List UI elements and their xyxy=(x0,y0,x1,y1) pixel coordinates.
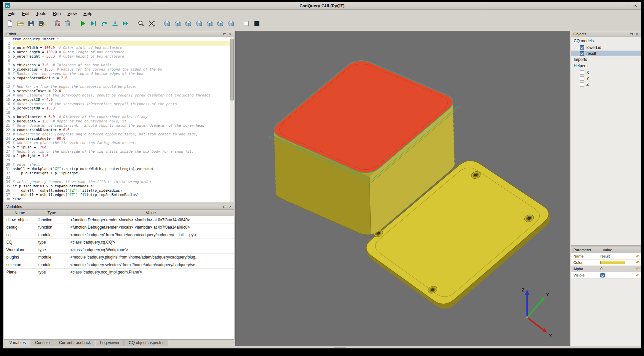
debug-script-button[interactable] xyxy=(89,19,99,28)
color-swatch[interactable] xyxy=(600,261,625,264)
code-line-25: 25# Whether to place the lid with the to… xyxy=(4,141,234,145)
code-line-2: 2 xyxy=(4,41,234,46)
objects-tree: CQ modelslowerLidresultImportsHelpersXYZ xyxy=(571,37,641,246)
menu-tools[interactable]: Tools xyxy=(33,10,49,17)
variable-cell: module xyxy=(36,231,68,239)
variables-col-name[interactable]: Name xyxy=(4,210,36,216)
code-line-18: 18 xyxy=(4,110,234,115)
variables-body: show_objectfunction<function Debugger.re… xyxy=(4,216,234,276)
editor-scrollbar[interactable] xyxy=(230,37,234,202)
save-file-button[interactable] xyxy=(26,19,36,28)
param-value-visible[interactable] xyxy=(600,273,635,277)
view-left-button[interactable] xyxy=(194,19,204,28)
editor-close-button[interactable]: × xyxy=(228,32,233,36)
viewport-3d[interactable]: Z Y X xyxy=(235,31,570,347)
reset-icon[interactable]: ↶ xyxy=(635,273,641,278)
checkbox-z[interactable] xyxy=(580,82,584,87)
checkbox-result[interactable] xyxy=(580,51,584,56)
editor-code[interactable]: 1from cadquery import *23p_outerWidth = … xyxy=(4,37,234,202)
checkbox-x[interactable] xyxy=(580,70,584,75)
code-lines: 1from cadquery import *23p_outerWidth = … xyxy=(4,37,234,202)
objects-float-button[interactable] xyxy=(629,32,634,36)
variable-row-debug[interactable]: debugfunction<function Debugger.render.<… xyxy=(4,224,234,232)
variables-panel: Variables × NameTypeValue show_objectfun… xyxy=(4,204,234,340)
tab-cq-object-inspector[interactable]: CQ object inspector xyxy=(125,340,168,347)
checkbox-lowerlid[interactable] xyxy=(580,45,584,50)
menu-run[interactable]: Run xyxy=(50,10,64,17)
variable-row-selectors[interactable]: selectorsmodule<module 'cadquery.selecto… xyxy=(4,261,234,269)
variable-row-plugins[interactable]: pluginsmodule<module 'cadquery.plugins' … xyxy=(4,254,234,262)
clear-pane-button[interactable] xyxy=(52,19,62,28)
step-over-button[interactable] xyxy=(100,19,109,28)
dock-area: Editor × 1from cadquery import *23p_oute… xyxy=(3,31,641,346)
variables-close-button[interactable]: × xyxy=(228,204,233,209)
title-bar[interactable]: cq CadQuery GUI (PyQT) – + × xyxy=(3,2,641,10)
tree-item-z[interactable]: Z xyxy=(571,82,641,87)
reset-icon[interactable]: ↶ xyxy=(635,267,641,271)
stop-render-button[interactable] xyxy=(252,19,262,28)
tree-item-x[interactable]: X xyxy=(571,70,641,75)
editor-panel-title: Editor xyxy=(5,32,221,36)
tab-console[interactable]: Console xyxy=(31,340,54,347)
editor-float-button[interactable] xyxy=(222,32,227,36)
checkbox-y[interactable] xyxy=(580,76,584,81)
view-iso-button[interactable] xyxy=(162,19,172,28)
new-file-button[interactable] xyxy=(5,19,15,28)
tab-variables[interactable]: Variables xyxy=(5,340,30,347)
code-line-6: 6 xyxy=(4,59,234,63)
variables-float-button[interactable] xyxy=(222,204,227,209)
view-top-button[interactable] xyxy=(173,19,182,28)
variable-cell: debug xyxy=(4,224,36,231)
open-file-button[interactable] xyxy=(16,19,25,28)
tree-group-helpers[interactable]: Helpers xyxy=(571,63,641,69)
view-bottom-button[interactable] xyxy=(183,19,193,28)
delete-object-button[interactable] xyxy=(63,19,73,28)
param-value-name[interactable]: result xyxy=(600,254,635,258)
parameter-col-header[interactable]: Parameter xyxy=(571,247,600,253)
step-into-button[interactable] xyxy=(110,19,120,28)
tree-item-result[interactable]: result xyxy=(571,51,641,56)
variable-row-cq[interactable]: cqmodule<module 'cadquery' from '/home/a… xyxy=(4,231,234,239)
value-col-header[interactable]: Value xyxy=(600,247,641,253)
param-value-alpha[interactable]: 0 xyxy=(600,267,635,271)
debug-continue-button[interactable] xyxy=(121,19,131,28)
tab-current-traceback[interactable]: Current traceback xyxy=(55,340,95,347)
view-front-button[interactable] xyxy=(215,19,225,28)
zoom-to-fit-button[interactable] xyxy=(136,19,146,28)
variable-row-workplane[interactable]: Workplanetype<class 'cadquery.cq.Workpla… xyxy=(4,246,234,254)
variables-col-type[interactable]: Type xyxy=(36,210,68,216)
tree-group-cq-models[interactable]: CQ models xyxy=(571,38,641,44)
param-value-color[interactable] xyxy=(600,261,635,264)
tab-log-viewer[interactable]: Log viewer xyxy=(96,340,124,347)
objects-close-button[interactable]: × xyxy=(634,32,639,36)
menu-view[interactable]: View xyxy=(64,10,80,17)
tree-item-lowerlid[interactable]: lowerLid xyxy=(571,45,641,50)
tree-item-y[interactable]: Y xyxy=(571,76,641,81)
view-right-button[interactable] xyxy=(205,19,214,28)
editor-scrollbar-thumb[interactable] xyxy=(230,39,234,100)
save-as-button[interactable] xyxy=(37,19,47,28)
reset-icon[interactable]: ↶ xyxy=(635,260,641,265)
menu-edit[interactable]: Edit xyxy=(19,10,33,17)
fit-all-button[interactable] xyxy=(147,19,157,28)
maximize-button[interactable]: + xyxy=(627,3,629,8)
3d-scene[interactable]: Z Y X xyxy=(235,31,570,346)
view-back-button[interactable] xyxy=(226,19,236,28)
minimize-button[interactable]: – xyxy=(619,3,622,8)
reset-icon[interactable]: ↶ xyxy=(635,254,641,259)
variables-col-value[interactable]: Value xyxy=(68,210,234,216)
visible-checkbox[interactable] xyxy=(600,273,605,277)
menu-help[interactable]: Help xyxy=(80,10,96,17)
variable-row-plane[interactable]: Planetype<class 'cadquery.occ_impl.geom.… xyxy=(4,269,234,276)
tree-group-imports[interactable]: Imports xyxy=(571,57,641,63)
close-button[interactable]: × xyxy=(634,3,637,8)
variable-row-cq[interactable]: CQtype<class 'cadquery.cq.CQ'> xyxy=(4,239,234,247)
code-line-35: 35if p_sideRadius > p_topAndBottomRadius… xyxy=(4,184,234,188)
axis-x-label: X xyxy=(549,333,552,338)
code-line-21: 21# Outer diameter of countersink. Shoul… xyxy=(4,123,234,128)
run-script-button[interactable] xyxy=(78,19,88,28)
menu-file[interactable]: File xyxy=(5,10,19,17)
white-render-button[interactable] xyxy=(241,19,251,28)
parameter-panel: Parameter Value Nameresult↶Color↶Alpha0↶… xyxy=(571,247,641,347)
variable-row-show-object[interactable]: show_objectfunction<function Debugger.re… xyxy=(4,216,234,224)
